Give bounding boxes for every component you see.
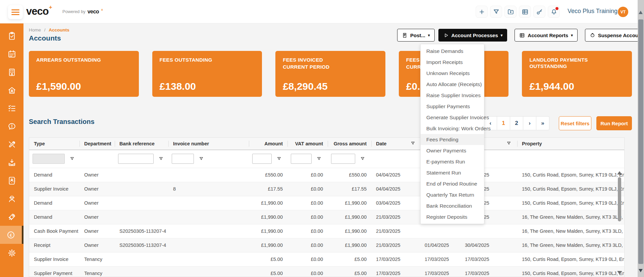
cell: 150, Curtis Road, Epsom, Surrey, KT19 0L…: [517, 196, 625, 210]
menu-item-generate-supplier-invoices[interactable]: Generate Supplier Invoices: [421, 112, 484, 123]
scroll-down-arrow[interactable]: [639, 269, 643, 272]
table-row[interactable]: Supplier InvoiceTenancy£5.00£0.00£5.0017…: [29, 252, 625, 266]
type-funnel-icon[interactable]: [70, 156, 74, 161]
action-buttons: Post...▾ Account Processes▾ Account Repo…: [397, 29, 644, 42]
avatar[interactable]: VT: [618, 7, 628, 17]
menu-item-raise-demands[interactable]: Raise Demands: [421, 46, 484, 57]
menu-item-quarterly-tax-return[interactable]: Quarterly Tax Return: [421, 189, 484, 200]
account-reports-button[interactable]: Account Reports▾: [515, 29, 577, 42]
col-bank-reference[interactable]: Bank reference: [115, 138, 168, 150]
amount-funnel-icon[interactable]: [277, 156, 281, 161]
col-property[interactable]: Property: [517, 138, 625, 150]
col-date[interactable]: Date: [371, 138, 420, 150]
menu-item-auto-allocate-receipts-[interactable]: Auto Allocate (Receipts): [421, 79, 484, 90]
filter-input-vat-amount[interactable]: [291, 154, 312, 164]
bank-reference-funnel-icon[interactable]: [159, 156, 163, 161]
sidebar-item-calendar[interactable]: [0, 45, 23, 63]
sidebar-item-settings[interactable]: [0, 244, 23, 262]
run-report-button[interactable]: Run Report: [596, 116, 632, 130]
scroll-up-arrow[interactable]: [639, 11, 643, 14]
scrollbar-thumb[interactable]: [638, 19, 643, 264]
menu-toggle-icon[interactable]: [8, 5, 23, 19]
filter-input-gross-amount[interactable]: [331, 154, 355, 164]
table-scrollbar-thumb[interactable]: [618, 177, 621, 221]
cell: S20250305-113207-4: [115, 224, 168, 238]
col-gross-amount[interactable]: Gross amount: [328, 138, 371, 150]
table-row[interactable]: Supplier InvoiceOwner8£17.55£0.00£17.550…: [29, 182, 625, 196]
kpi-card-4[interactable]: LANDLORD PAYMENTS OUTSTANDING£1,944.00: [522, 51, 632, 97]
sidebar-item-launch[interactable]: [0, 208, 23, 226]
sidebar-item-properties[interactable]: [0, 63, 23, 81]
invoice-number-funnel-icon[interactable]: [199, 156, 204, 161]
logo-text: veco: [26, 5, 49, 18]
menu-item-end-of-period-routine[interactable]: End of Period Routine: [421, 178, 484, 189]
menu-item-import-receipts[interactable]: Import Receipts: [421, 57, 484, 68]
page-button-»[interactable]: »: [536, 116, 549, 130]
sidebar-item-lettings[interactable]: [0, 81, 23, 99]
menu-item-bank-reconciliation[interactable]: Bank Reconciliation: [421, 200, 484, 211]
sidebar-item-contacts[interactable]: [0, 171, 23, 190]
menu-item-e-payments-run[interactable]: E-payments Run: [421, 156, 484, 167]
play-icon: [443, 32, 449, 38]
sidebar-item-staff[interactable]: [0, 190, 23, 208]
table-row[interactable]: DemandOwner£1,990.00£0.00£1,990.0003/04/…: [29, 196, 625, 210]
kpi-card-2[interactable]: FEES INVOICEDCURRENT PERIOD£8,290.45: [275, 51, 385, 97]
gross-amount-funnel-icon[interactable]: [360, 156, 365, 161]
table-row[interactable]: Supplier PaymentTenancy£5.00£0.00£5.0017…: [29, 266, 625, 277]
sidebar-item-accounts[interactable]: £: [0, 226, 23, 244]
permissions-button[interactable]: [533, 6, 545, 18]
cell: [115, 210, 168, 224]
filter-input-amount[interactable]: [252, 154, 272, 164]
sidebar-item-maintenance[interactable]: [0, 135, 23, 153]
post-button[interactable]: Post...▾: [397, 29, 435, 42]
account-name[interactable]: Veco Plus Training: [568, 8, 618, 15]
filter-input-invoice-number[interactable]: [172, 154, 194, 164]
table-row[interactable]: DemandOwner£1,990.00£0.00£1,990.0021/03/…: [29, 210, 625, 224]
sidebar-item-downloads[interactable]: [0, 153, 23, 171]
page-button-1[interactable]: 1: [497, 116, 510, 130]
menu-item-raise-supplier-invoices[interactable]: Raise Supplier Invoices: [421, 90, 484, 101]
table-scroll-down-arrow[interactable]: [617, 271, 622, 274]
cell: [115, 266, 168, 277]
account-processes-button[interactable]: Account Processes▾: [438, 29, 507, 42]
kpi-card-0[interactable]: ARREARS OUTSTANDING£1,590.00: [29, 51, 139, 97]
col-amount[interactable]: Amount: [249, 138, 287, 150]
filter-input-bank-reference[interactable]: [118, 154, 154, 164]
menu-item-owner-payments[interactable]: Owner Payments: [421, 145, 484, 156]
page-button-2[interactable]: 2: [510, 116, 523, 130]
breadcrumb-home[interactable]: Home: [29, 27, 41, 32]
table-row[interactable]: Cash Book PaymentOwnerS20250305-113207-4…: [29, 224, 625, 238]
sidebar-item-tasks[interactable]: [0, 27, 23, 45]
table-row[interactable]: DemandOwner£550.00£0.00£550.0004/04/2025…: [29, 168, 625, 182]
notifications-button[interactable]: [548, 6, 560, 18]
vat-amount-funnel-icon[interactable]: [317, 156, 321, 161]
suspense-accounts-button[interactable]: Suspense Accounts: [585, 29, 644, 42]
sidebar-item-messages[interactable]: [0, 117, 23, 135]
sidebar-item-worklist[interactable]: [0, 99, 23, 117]
filter-input-type[interactable]: [33, 154, 65, 164]
menu-item-supplier-payments[interactable]: Supplier Payments: [421, 101, 484, 112]
table-row[interactable]: ReceiptOwnerS20250305-113207-4£1,990.00£…: [29, 238, 625, 252]
reset-filters-button[interactable]: Reset filters: [559, 116, 591, 130]
col-invoice-number[interactable]: Invoice number: [168, 138, 249, 150]
menu-item-register-deposits[interactable]: Register Deposits: [421, 211, 484, 222]
menu-item-statement-run[interactable]: Statement Run: [421, 167, 484, 178]
cell: [168, 168, 249, 182]
add-button[interactable]: [476, 6, 488, 18]
menu-item-unknown-receipts[interactable]: Unknown Receipts: [421, 68, 484, 79]
cell: £1,990.00: [328, 210, 371, 224]
period-filter-funnel-icon[interactable]: [506, 141, 511, 146]
col-type[interactable]: Type: [29, 138, 79, 150]
import-button[interactable]: [504, 6, 517, 18]
date-filter-funnel-icon[interactable]: [411, 141, 415, 146]
cell: Owner: [79, 168, 115, 182]
col-vat-amount[interactable]: VAT amount: [287, 138, 328, 150]
table-scroll-up-arrow[interactable]: [617, 171, 622, 175]
kpi-card-1[interactable]: FEES OUTSTANDING£138.00: [152, 51, 262, 97]
menu-item-bulk-invoicing-work-orders[interactable]: Bulk Invoicing: Work Orders: [421, 123, 484, 134]
table-view-button[interactable]: [519, 6, 531, 18]
filter-button[interactable]: [490, 6, 502, 18]
col-department[interactable]: Department: [79, 138, 115, 150]
menu-item-fees-pending[interactable]: Fees Pending: [421, 134, 484, 145]
page-button-›[interactable]: ›: [523, 116, 536, 130]
